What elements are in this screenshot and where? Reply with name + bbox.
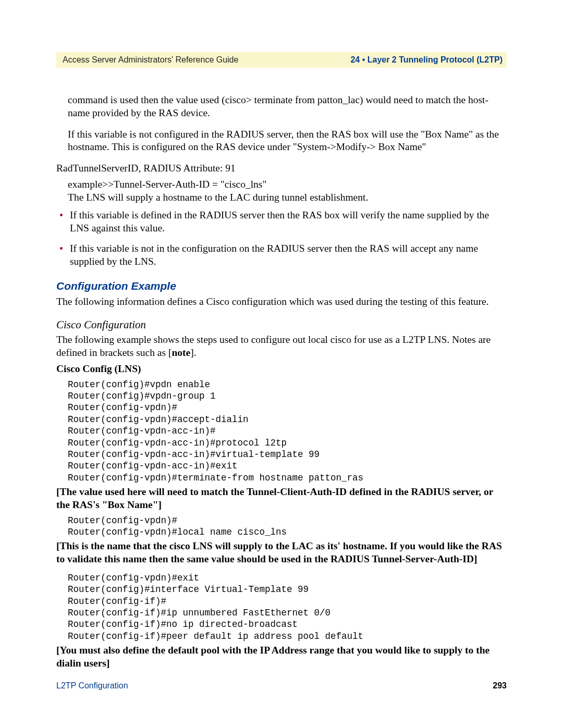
- inline-note: [The value used here will need to match …: [56, 486, 507, 512]
- example-line: The LNS will supply a hostname to the LA…: [68, 192, 368, 203]
- inline-note: [You must also define the default pool w…: [56, 644, 507, 670]
- bullet-list: If this variable is defined in the RADIU…: [56, 209, 507, 268]
- inline-note: [This is the name that the cisco LNS wil…: [56, 540, 507, 566]
- subsection-heading: Cisco Configuration: [56, 318, 507, 332]
- code-block: Router(config-vpdn)# Router(config-vpdn)…: [68, 515, 507, 538]
- body-paragraph: If this variable is not configured in th…: [68, 128, 507, 154]
- page-header: Access Server Administrators' Reference …: [56, 52, 507, 68]
- config-label: Cisco Config (LNS): [56, 363, 507, 376]
- text-run-bold: note: [172, 347, 190, 358]
- list-item-text: If this variable is not in the configura…: [70, 243, 478, 267]
- section-heading: Configuration Example: [56, 279, 507, 293]
- example-line: example>>Tunnel-Server-Auth-ID = "cisco_…: [68, 179, 266, 190]
- body-paragraph: command is used then the value used (cis…: [68, 94, 507, 120]
- text-run: ].: [190, 347, 196, 358]
- code-block: Router(config)#vpdn enable Router(config…: [68, 379, 507, 484]
- code-block: Router(config-vpdn)#exit Router(config)#…: [68, 572, 507, 642]
- document-page: Access Server Administrators' Reference …: [0, 0, 563, 728]
- header-right-text: 24 • Layer 2 Tunneling Protocol (L2TP): [350, 55, 503, 65]
- example-block: example>>Tunnel-Server-Auth-ID = "cisco_…: [68, 178, 507, 204]
- list-item: If this variable is defined in the RADIU…: [56, 209, 507, 235]
- list-item-text: If this variable is defined in the RADIU…: [70, 209, 489, 233]
- body-paragraph: The following example shows the steps us…: [56, 334, 507, 360]
- text-run: The following example shows the steps us…: [56, 334, 491, 358]
- header-left-text: Access Server Administrators' Reference …: [63, 55, 238, 65]
- list-item: If this variable is not in the configura…: [56, 242, 507, 268]
- page-number: 293: [493, 681, 507, 690]
- page-footer: L2TP Configuration 293: [56, 681, 507, 690]
- footer-section-label: L2TP Configuration: [56, 681, 128, 690]
- page-content: command is used then the value used (cis…: [56, 68, 507, 670]
- body-paragraph: The following information defines a Cisc…: [56, 295, 507, 309]
- attribute-line: RadTunnelServerID, RADIUS Attribute: 91: [56, 162, 507, 175]
